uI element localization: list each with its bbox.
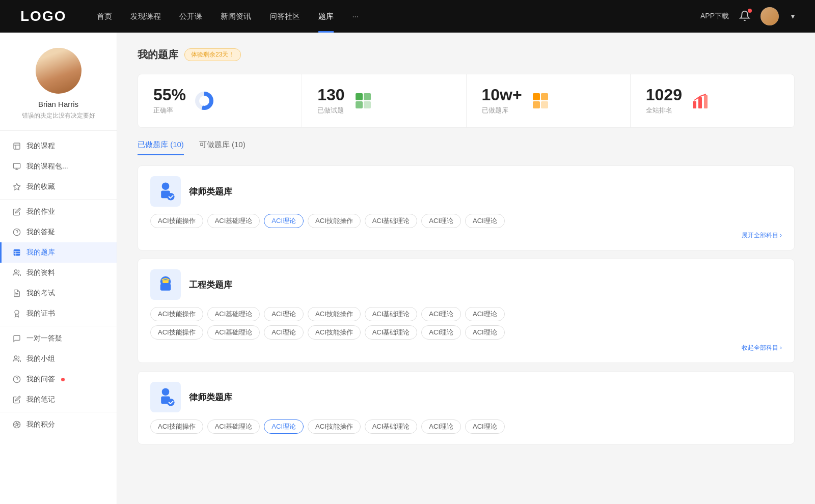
logo[interactable]: LOGO <box>20 8 66 24</box>
pie-chart <box>195 92 213 110</box>
avatar-image <box>760 7 779 25</box>
sidebar-item-question-bank[interactable]: 我的题库 <box>0 242 117 263</box>
stats-row: 55% 正确率 130 已做试题 <box>138 74 795 128</box>
groups-icon <box>12 354 21 363</box>
tag[interactable]: ACI理论 <box>264 325 304 340</box>
tag[interactable]: ACI技能操作 <box>150 214 203 228</box>
unread-dot <box>61 378 65 381</box>
tag[interactable]: ACI技能操作 <box>308 419 361 434</box>
sidebar-label: 我的证书 <box>26 309 55 318</box>
tutoring-icon <box>12 334 21 343</box>
notification-dot <box>748 9 752 13</box>
sidebar-profile: Brian Harris 错误的决定比没有决定要好 <box>0 48 117 131</box>
nav-more[interactable]: ··· <box>352 12 359 21</box>
tag[interactable]: ACI基础理论 <box>207 214 260 228</box>
tag[interactable]: ACI技能操作 <box>150 325 203 340</box>
tag[interactable]: ACI理论 <box>421 325 461 340</box>
sidebar-item-points[interactable]: 我的积分 <box>0 414 117 435</box>
sidebar-item-groups[interactable]: 我的小组 <box>0 349 117 369</box>
trial-badge: 体验剩余23天！ <box>184 48 241 61</box>
tag[interactable]: ACI基础理论 <box>365 214 418 228</box>
sidebar-label: 我的积分 <box>26 420 55 429</box>
sidebar-label: 我的小组 <box>26 354 55 363</box>
nav-news[interactable]: 新闻资讯 <box>221 12 251 21</box>
sidebar-item-profile[interactable]: 我的资料 <box>0 263 117 283</box>
sidebar-item-certificate[interactable]: 我的证书 <box>0 303 117 324</box>
nav-home[interactable]: 首页 <box>97 12 112 21</box>
packages-icon <box>12 162 21 171</box>
tag[interactable]: ACI理论 <box>465 307 505 321</box>
tag[interactable]: ACI基础理论 <box>207 307 260 321</box>
svg-rect-0 <box>14 143 20 149</box>
svg-point-32 <box>162 182 170 190</box>
tag[interactable]: ACI理论 <box>465 214 505 228</box>
expand-button-1[interactable]: 展开全部科目 › <box>150 231 782 240</box>
tag[interactable]: ACI理论 <box>264 307 304 321</box>
svg-rect-27 <box>533 101 540 108</box>
tag[interactable]: ACI基础理论 <box>207 419 260 434</box>
nav-question-bank[interactable]: 题库 <box>318 12 334 21</box>
sidebar-label: 我的考试 <box>26 289 55 298</box>
sidebar-label: 我的课程 <box>26 142 55 151</box>
tag[interactable]: ACI理论 <box>421 307 461 321</box>
tag[interactable]: ACI基础理论 <box>365 419 418 434</box>
tag[interactable]: ACI基础理论 <box>207 325 260 340</box>
svg-point-16 <box>15 310 19 314</box>
user-menu-chevron[interactable]: ▾ <box>791 12 795 20</box>
qbank-tags-3: ACI技能操作 ACI基础理论 ACI理论 ACI技能操作 ACI基础理论 AC… <box>150 419 782 434</box>
app-download-button[interactable]: APP下载 <box>700 12 729 21</box>
svg-rect-31 <box>704 95 708 108</box>
sidebar-item-favorites[interactable]: 我的收藏 <box>0 177 117 197</box>
navbar: LOGO 首页 发现课程 公开课 新闻资讯 问答社区 题库 ··· APP下载 … <box>0 0 815 33</box>
sidebar-label: 我的作业 <box>26 207 55 216</box>
collapse-button-2[interactable]: 收起全部科目 › <box>150 344 782 352</box>
tag[interactable]: ACI技能操作 <box>150 307 203 321</box>
tab-done[interactable]: 已做题库 (10) <box>138 140 184 155</box>
qbank-icon-lawyer <box>150 176 181 207</box>
tag[interactable]: ACI理论 <box>465 419 505 434</box>
notification-bell[interactable] <box>739 10 750 23</box>
tag[interactable]: ACI理论 <box>465 325 505 340</box>
sidebar-item-homework[interactable]: 我的作业 <box>0 202 117 222</box>
tag[interactable]: ACI技能操作 <box>308 214 361 228</box>
nav-open-course[interactable]: 公开课 <box>179 12 202 21</box>
stat-questions-label: 已做试题 <box>317 106 344 115</box>
sidebar-avatar <box>36 48 82 94</box>
user-avatar[interactable] <box>760 7 779 25</box>
tag[interactable]: ACI技能操作 <box>150 419 203 434</box>
svg-point-40 <box>167 399 175 406</box>
tag[interactable]: ACI基础理论 <box>365 325 418 340</box>
tag-active[interactable]: ACI理论 <box>264 214 304 228</box>
qbank-title-2: 工程类题库 <box>189 279 232 291</box>
stat-rank: 1029 全站排名 <box>631 74 794 127</box>
nav-qa[interactable]: 问答社区 <box>269 12 300 21</box>
certificate-icon <box>12 309 21 318</box>
avatar-img <box>36 48 82 94</box>
menu-divider <box>0 199 117 200</box>
accuracy-chart-icon <box>194 91 214 111</box>
tag[interactable]: ACI理论 <box>421 214 461 228</box>
nav-discover[interactable]: 发现课程 <box>130 12 161 21</box>
tab-available[interactable]: 可做题库 (10) <box>199 140 246 155</box>
sidebar-item-my-questions[interactable]: 我的问答 <box>0 369 117 389</box>
svg-rect-9 <box>14 249 20 256</box>
sidebar-username: Brian Harris <box>38 100 78 108</box>
sidebar-item-tutoring[interactable]: 一对一答疑 <box>0 328 117 349</box>
qbank-card-header-2: 工程类题库 <box>150 269 782 300</box>
sidebar-item-exam[interactable]: 我的考试 <box>0 283 117 303</box>
sidebar: Brian Harris 错误的决定比没有决定要好 我的课程 我的课程包... <box>0 33 117 504</box>
my-questions-icon <box>12 375 21 384</box>
sidebar-item-questions[interactable]: 我的答疑 <box>0 222 117 242</box>
sidebar-item-my-courses[interactable]: 我的课程 <box>0 136 117 156</box>
tag[interactable]: ACI技能操作 <box>308 307 361 321</box>
tag[interactable]: ACI理论 <box>421 419 461 434</box>
stat-accuracy-label: 正确率 <box>153 106 186 115</box>
sidebar-item-notes[interactable]: 我的笔记 <box>0 389 117 410</box>
stat-bank-value: 10w+ <box>482 87 522 103</box>
tag[interactable]: ACI基础理论 <box>365 307 418 321</box>
svg-rect-3 <box>13 163 20 168</box>
qbank-icon-engineer <box>150 269 181 300</box>
sidebar-item-course-packages[interactable]: 我的课程包... <box>0 156 117 177</box>
tag-active[interactable]: ACI理论 <box>264 419 304 434</box>
tag[interactable]: ACI技能操作 <box>308 325 361 340</box>
